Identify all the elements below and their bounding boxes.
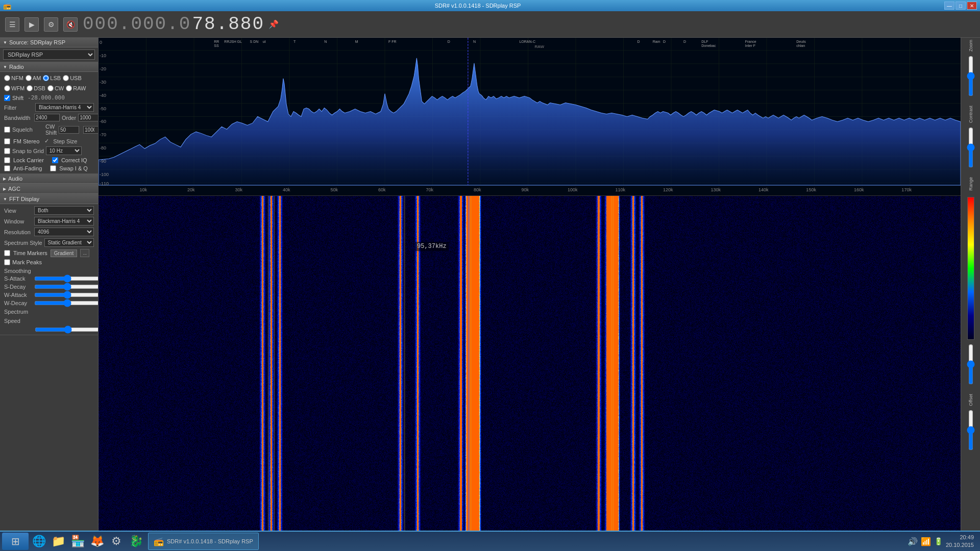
source-select[interactable]: SDRplay RSP [3, 49, 95, 60]
mark-peaks-label: Mark Peaks [12, 259, 42, 265]
squelch-label: Squelch [12, 127, 40, 133]
mute-button[interactable]: 🔇 [63, 17, 78, 32]
taskbar-sdr-app[interactable]: 📻 SDR# v1.0.0.1418 - SDRplay RSP [148, 533, 259, 550]
play-button[interactable]: ▶ [24, 17, 39, 32]
squelch-max-input[interactable] [83, 126, 99, 134]
right-panel: Zoom Contrast Range Offset [961, 38, 980, 551]
dsb-radio[interactable] [27, 85, 33, 91]
svg-text:M: M [355, 40, 358, 43]
spectrum-label: Spectrum [0, 307, 98, 316]
s-decay-row: S-Decay [0, 283, 98, 291]
w-attack-slider[interactable] [34, 292, 99, 298]
nfm-label: NFM [11, 75, 23, 81]
taskbar-icon-settings[interactable]: ⚙ [107, 533, 126, 550]
spectrum-style-row: Spectrum Style Static Gradient [0, 237, 98, 248]
view-select[interactable]: Both [34, 206, 94, 215]
raw-radio[interactable] [66, 85, 72, 91]
ie-icon: 🌐 [32, 535, 46, 548]
audio-section-header[interactable]: ▶ Audio [0, 174, 98, 184]
taskbar-icon-firefox[interactable]: 🦊 [88, 533, 106, 550]
minimize-button[interactable]: — [944, 2, 954, 10]
s-attack-label: S-Attack [4, 276, 32, 282]
anti-fading-checkbox[interactable] [4, 165, 10, 171]
view-label: View [4, 208, 32, 214]
svg-text:ut: ut [263, 40, 266, 43]
s-attack-slider[interactable] [34, 276, 99, 282]
source-section-header[interactable]: ▼ Source: SDRplay RSP [0, 38, 98, 47]
svg-text:N: N [324, 40, 327, 43]
lock-carrier-checkbox[interactable] [4, 157, 10, 163]
tune-pin-icon: 📌 [268, 19, 280, 30]
wfm-radio[interactable] [4, 85, 10, 91]
audio-section: ▶ Audio [0, 174, 98, 184]
cw-radio[interactable] [47, 85, 54, 91]
spectrum-style-select[interactable]: Static Gradient [44, 238, 94, 247]
window-select[interactable]: Blackman-Harris 4 [34, 217, 94, 226]
svg-text:-70: -70 [100, 132, 106, 137]
svg-text:DLF: DLF [701, 40, 708, 43]
svg-text:30k: 30k [235, 187, 242, 192]
correct-iq-checkbox[interactable] [52, 157, 58, 163]
snap-label: Snap to Grid [12, 148, 44, 154]
fft-section-label: FFT Display [9, 196, 39, 202]
svg-text:T: T [293, 40, 296, 43]
swap-iq-checkbox[interactable] [50, 165, 56, 171]
maximize-button[interactable]: □ [955, 2, 966, 10]
dsb-radio-item: DSB [27, 85, 45, 91]
agc-section-header[interactable]: ▶ AGC [0, 184, 98, 194]
am-radio[interactable] [26, 75, 32, 81]
mark-peaks-checkbox[interactable] [4, 259, 10, 265]
range-slider[interactable] [966, 344, 976, 385]
taskbar-icon-app6[interactable]: 🐉 [127, 533, 145, 550]
squelch-input[interactable] [59, 126, 79, 134]
menu-button[interactable]: ☰ [5, 17, 19, 32]
filter-select[interactable]: Blackman-Harris 4 [35, 103, 94, 112]
svg-text:50k: 50k [330, 187, 338, 192]
gradient-small-button[interactable]: ... [80, 249, 89, 257]
nfm-radio[interactable] [4, 75, 10, 81]
window-row: Window Blackman-Harris 4 [0, 216, 98, 227]
spectrum-area: 0 -10 -20 -30 -40 -50 -60 -70 -80 -90 -1… [99, 38, 961, 551]
snap-select[interactable]: 10 Hz [46, 146, 82, 155]
fft-arrow-icon: ▼ [3, 197, 7, 202]
contrast-slider[interactable] [966, 127, 976, 168]
gradient-button[interactable]: Gradient [51, 249, 77, 257]
squelch-checkbox[interactable] [4, 127, 10, 133]
offset-slider[interactable] [966, 410, 976, 450]
audio-arrow-icon: ▶ [3, 177, 6, 181]
lsb-radio[interactable] [43, 75, 49, 81]
bandwidth-row: Bandwidth Order [0, 113, 98, 122]
speed-label: Speed [0, 316, 98, 325]
snap-checkbox[interactable] [4, 148, 10, 154]
taskbar-icon-explorer[interactable]: 📁 [49, 533, 67, 550]
taskbar-icon-store[interactable]: 🏪 [68, 533, 87, 550]
s-decay-slider[interactable] [34, 284, 99, 290]
raw-label: RAW [73, 85, 86, 91]
start-button[interactable]: ⊞ [2, 533, 29, 550]
anti-fading-label: Anti-Fading [13, 165, 42, 171]
close-button[interactable]: ✕ [967, 2, 977, 10]
settings-button[interactable]: ⚙ [44, 17, 58, 32]
bandwidth-input[interactable] [34, 114, 60, 121]
squelch-row: Squelch CW Shift [0, 122, 98, 137]
svg-text:chlan: chlan [796, 44, 805, 47]
speed-slider[interactable] [35, 327, 99, 333]
titlebar-title: SDR# v1.0.0.1418 - SDRplay RSP [11, 3, 944, 9]
resolution-select[interactable]: 4096 [34, 228, 94, 236]
w-decay-slider[interactable] [34, 300, 99, 306]
shift-checkbox[interactable] [4, 95, 10, 101]
svg-text:100k: 100k [568, 187, 578, 192]
shift-value: -28.000.000 [28, 94, 65, 101]
usb-radio[interactable] [63, 75, 69, 81]
order-input[interactable] [78, 114, 99, 121]
time-markers-row: Time Markers Gradient ... [0, 248, 98, 258]
taskbar-icon-ie[interactable]: 🌐 [30, 533, 48, 550]
time-markers-checkbox[interactable] [4, 250, 10, 256]
freq-dim-part: 000.000.0 [83, 14, 191, 35]
radio-section-header[interactable]: ▼ Radio [0, 62, 98, 72]
w-attack-label: W-Attack [4, 292, 32, 298]
svg-text:SS: SS [214, 44, 219, 47]
fm-stereo-checkbox[interactable] [4, 138, 10, 144]
zoom-slider[interactable] [966, 56, 976, 96]
fft-section-header[interactable]: ▼ FFT Display [0, 194, 98, 204]
